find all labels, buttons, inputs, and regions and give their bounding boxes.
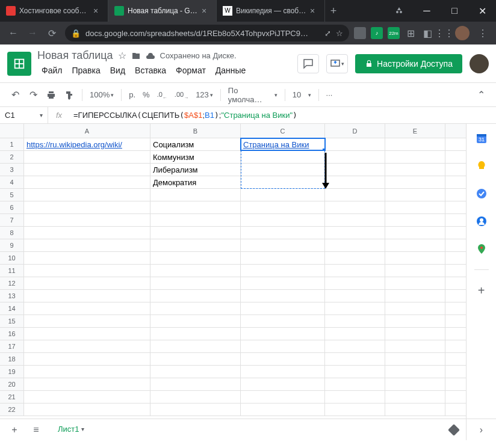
cell[interactable] [385, 404, 445, 416]
menu-file[interactable]: Файл [37, 63, 66, 78]
cell[interactable] [385, 252, 445, 264]
cell[interactable] [325, 214, 385, 226]
cell[interactable] [385, 164, 445, 176]
fill-handle[interactable] [323, 149, 325, 150]
cell[interactable] [325, 328, 385, 340]
cell[interactable] [385, 189, 445, 201]
share-button[interactable]: Настройки Доступа [355, 54, 462, 73]
forward-button[interactable]: → [24, 25, 41, 41]
cell[interactable] [150, 391, 241, 403]
cell[interactable] [150, 378, 241, 390]
present-button[interactable]: ▾ [326, 54, 348, 73]
cell[interactable] [325, 176, 385, 188]
cell[interactable] [325, 378, 385, 390]
browser-tab[interactable]: Хостинговое сообщес × [0, 0, 108, 22]
extension-music-icon[interactable]: ♪ [371, 27, 383, 39]
cell[interactable] [385, 353, 445, 365]
cell[interactable] [325, 340, 385, 352]
url-bar[interactable]: 🔒 docs.google.com/spreadsheets/d/1REb8o5… [65, 25, 349, 41]
cell[interactable] [24, 328, 150, 340]
cell[interactable]: Демократия [150, 176, 241, 188]
row-header[interactable]: 17 [0, 340, 24, 352]
cell[interactable] [325, 138, 385, 150]
close-icon[interactable]: × [93, 7, 102, 15]
cell[interactable] [385, 138, 445, 150]
font-size-dropdown[interactable]: 10 ▾ [290, 90, 314, 99]
cell[interactable] [385, 239, 445, 251]
cell[interactable] [325, 227, 385, 239]
extension-icon[interactable]: ⋮⋮ [438, 27, 450, 39]
close-icon[interactable]: × [310, 7, 318, 15]
cell[interactable]: Социализм [150, 138, 241, 150]
cell[interactable] [385, 151, 445, 163]
row-header[interactable]: 19 [0, 366, 24, 378]
cell[interactable] [150, 214, 241, 226]
cell[interactable] [150, 277, 241, 289]
cell[interactable] [24, 201, 150, 213]
row-header[interactable]: 16 [0, 328, 24, 340]
print-button[interactable] [43, 87, 59, 103]
sheets-logo-icon[interactable] [7, 52, 31, 76]
menu-insert[interactable]: Вставка [131, 63, 170, 78]
column-header[interactable]: D [325, 124, 385, 138]
row-header[interactable]: 14 [0, 302, 24, 315]
row-header[interactable]: 12 [0, 277, 24, 289]
cell[interactable] [325, 290, 385, 302]
cell[interactable] [241, 353, 325, 365]
cell[interactable] [241, 164, 325, 176]
extension-icon[interactable]: ⊞ [405, 27, 417, 39]
profile-avatar[interactable] [455, 26, 470, 40]
column-header[interactable]: B [150, 124, 241, 138]
cell[interactable] [325, 265, 385, 277]
cell[interactable] [150, 239, 241, 251]
row-header[interactable]: 13 [0, 290, 24, 302]
row-header[interactable]: 3 [0, 164, 24, 176]
row-header[interactable]: 11 [0, 265, 24, 277]
spreadsheet-grid[interactable]: A B C D E 1https://ru.wikipedia.org/wiki… [0, 124, 466, 419]
row-header[interactable]: 15 [0, 315, 24, 327]
cell[interactable] [24, 366, 150, 378]
cell[interactable] [150, 340, 241, 352]
cell[interactable] [241, 239, 325, 251]
maximize-button[interactable]: □ [441, 0, 468, 22]
collapse-toolbar-button[interactable]: ⌃ [473, 87, 489, 103]
row-header[interactable]: 4 [0, 176, 24, 188]
cell[interactable] [24, 176, 150, 188]
side-panel-toggle[interactable]: › [466, 419, 496, 440]
add-addon-button[interactable]: + [474, 283, 489, 298]
cell[interactable] [150, 302, 241, 315]
cell[interactable] [150, 328, 241, 340]
cell[interactable] [150, 252, 241, 264]
extension-badge[interactable]: 22m [388, 27, 400, 39]
cell[interactable] [24, 277, 150, 289]
cell[interactable] [24, 404, 150, 416]
cell[interactable] [325, 391, 385, 403]
menu-format[interactable]: Формат [172, 63, 210, 78]
currency-button[interactable]: р. [126, 90, 138, 99]
explore-button[interactable] [448, 424, 460, 436]
menu-edit[interactable]: Правка [67, 63, 104, 78]
cell[interactable] [325, 277, 385, 289]
cell[interactable]: Коммунизм [150, 151, 241, 163]
cell[interactable] [241, 201, 325, 213]
cell[interactable] [325, 366, 385, 378]
undo-button[interactable]: ↶ [7, 87, 23, 103]
cell[interactable]: https://ru.wikipedia.org/wiki/ [24, 138, 150, 150]
move-icon[interactable] [131, 51, 141, 61]
cell[interactable] [241, 315, 325, 327]
cell[interactable] [241, 328, 325, 340]
cell[interactable] [24, 151, 150, 163]
row-header[interactable]: 21 [0, 391, 24, 403]
cell[interactable] [24, 340, 150, 352]
cell[interactable] [325, 239, 385, 251]
row-header[interactable]: 8 [0, 227, 24, 239]
cell[interactable] [325, 404, 385, 416]
cloud-saved-icon[interactable] [146, 51, 155, 61]
redo-button[interactable]: ↷ [25, 87, 41, 103]
account-avatar[interactable] [470, 54, 489, 73]
cell[interactable] [150, 404, 241, 416]
row-header[interactable]: 1 [0, 138, 24, 150]
cell[interactable] [24, 353, 150, 365]
row-header[interactable]: 7 [0, 214, 24, 226]
cell[interactable] [24, 227, 150, 239]
